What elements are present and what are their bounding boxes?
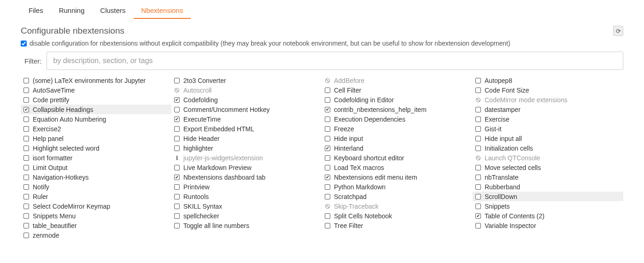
- extension-item[interactable]: Autopep8: [473, 76, 623, 85]
- extension-item[interactable]: ExecuteTime: [171, 114, 322, 124]
- extension-checkbox[interactable]: [475, 136, 481, 141]
- extension-checkbox[interactable]: [174, 204, 180, 209]
- extension-item[interactable]: AutoSaveTime: [21, 85, 171, 95]
- extension-checkbox[interactable]: [325, 117, 330, 122]
- extension-checkbox[interactable]: [475, 175, 481, 180]
- extension-checkbox[interactable]: [325, 165, 330, 170]
- extension-checkbox[interactable]: [325, 223, 330, 228]
- extension-item[interactable]: isort formatter: [21, 153, 171, 163]
- extension-checkbox[interactable]: [475, 194, 481, 199]
- extension-checkbox[interactable]: [174, 107, 180, 112]
- extension-item[interactable]: (some) LaTeX environments for Jupyter: [21, 76, 171, 85]
- extension-item[interactable]: Variable Inspector: [473, 221, 623, 230]
- extension-checkbox[interactable]: [325, 175, 330, 180]
- extension-item[interactable]: datestamper: [473, 105, 623, 114]
- extension-item[interactable]: 2to3 Converter: [171, 76, 322, 85]
- extension-item[interactable]: Hide Header: [171, 134, 322, 143]
- compat-checkbox[interactable]: [21, 41, 27, 47]
- extension-item[interactable]: Split Cells Notebook: [322, 211, 473, 221]
- extension-checkbox[interactable]: [23, 194, 29, 199]
- extension-item[interactable]: Limit Output: [21, 163, 171, 172]
- tab-nbextensions[interactable]: Nbextensions: [134, 2, 191, 19]
- extension-checkbox[interactable]: [23, 107, 29, 112]
- extension-item[interactable]: Equation Auto Numbering: [21, 114, 171, 124]
- extension-item[interactable]: Code prettify: [21, 95, 171, 105]
- extension-item[interactable]: Codefolding: [171, 95, 322, 105]
- extension-checkbox[interactable]: [325, 213, 330, 219]
- extension-item[interactable]: Notify: [21, 182, 171, 192]
- extension-item[interactable]: Hide input: [322, 134, 473, 143]
- extension-item[interactable]: Scratchpad: [322, 192, 473, 201]
- extension-checkbox[interactable]: [475, 165, 481, 170]
- extension-checkbox[interactable]: [23, 146, 29, 151]
- extension-checkbox[interactable]: [174, 126, 180, 132]
- extension-item[interactable]: Toggle all line numbers: [171, 221, 322, 230]
- extension-item[interactable]: Printview: [171, 182, 322, 192]
- extension-item[interactable]: Highlight selected word: [21, 143, 171, 153]
- extension-checkbox[interactable]: [475, 223, 481, 228]
- extension-checkbox[interactable]: [325, 126, 330, 132]
- extension-item[interactable]: Skip-Traceback: [322, 201, 473, 211]
- extension-checkbox[interactable]: [475, 184, 481, 190]
- tab-running[interactable]: Running: [51, 2, 93, 19]
- extension-checkbox[interactable]: [325, 136, 330, 141]
- extension-checkbox[interactable]: [23, 78, 29, 83]
- extension-checkbox[interactable]: [23, 97, 29, 103]
- filter-input[interactable]: [47, 52, 624, 70]
- extension-item[interactable]: highlighter: [171, 143, 322, 153]
- extension-checkbox[interactable]: [23, 213, 29, 219]
- extension-checkbox[interactable]: [23, 155, 29, 161]
- extension-checkbox[interactable]: [23, 165, 29, 170]
- extension-item[interactable]: Codefolding in Editor: [322, 95, 473, 105]
- extension-item[interactable]: Live Markdown Preview: [171, 163, 322, 172]
- extension-item[interactable]: CodeMirror mode extensions: [473, 95, 623, 105]
- extension-item[interactable]: Hinterland: [322, 143, 473, 153]
- extension-item[interactable]: Select CodeMirror Keymap: [21, 201, 171, 211]
- extension-item[interactable]: Freeze: [322, 124, 473, 134]
- extension-item[interactable]: Tree Filter: [322, 221, 473, 230]
- extension-item[interactable]: table_beautifier: [21, 221, 171, 230]
- extension-item[interactable]: Export Embedded HTML: [171, 124, 322, 134]
- extension-checkbox[interactable]: [174, 194, 180, 199]
- extension-checkbox[interactable]: [23, 184, 29, 190]
- extension-item[interactable]: Exercise: [473, 114, 623, 124]
- extension-item[interactable]: Gist-it: [473, 124, 623, 134]
- extension-checkbox[interactable]: [325, 107, 330, 112]
- extension-item[interactable]: Execution Dependencies: [322, 114, 473, 124]
- extension-item[interactable]: ScrollDown: [473, 192, 623, 201]
- extension-item[interactable]: Keyboard shortcut editor: [322, 153, 473, 163]
- extension-checkbox[interactable]: [475, 78, 481, 83]
- extension-checkbox[interactable]: [23, 223, 29, 228]
- extension-item[interactable]: Snippets Menu: [21, 211, 171, 221]
- tab-files[interactable]: Files: [21, 2, 51, 19]
- extension-checkbox[interactable]: [174, 184, 180, 190]
- extension-checkbox[interactable]: [174, 223, 180, 228]
- extension-checkbox[interactable]: [23, 136, 29, 141]
- extension-checkbox[interactable]: [475, 213, 481, 219]
- extension-checkbox[interactable]: [23, 88, 29, 93]
- extension-checkbox[interactable]: [325, 184, 330, 190]
- extension-item[interactable]: Initialization cells: [473, 143, 623, 153]
- extension-item[interactable]: nbTranslate: [473, 172, 623, 182]
- extension-item[interactable]: zenmode: [21, 230, 171, 240]
- extension-item[interactable]: Code Font Size: [473, 85, 623, 95]
- extension-checkbox[interactable]: [325, 88, 330, 93]
- refresh-button[interactable]: ⟳: [613, 26, 623, 36]
- extension-item[interactable]: SKILL Syntax: [171, 201, 322, 211]
- extension-item[interactable]: Nbextensions edit menu item: [322, 172, 473, 182]
- extension-checkbox[interactable]: [174, 175, 180, 180]
- extension-item[interactable]: Nbextensions dashboard tab: [171, 172, 322, 182]
- extension-checkbox[interactable]: [174, 213, 180, 219]
- extension-checkbox[interactable]: [23, 117, 29, 122]
- extension-checkbox[interactable]: [475, 117, 481, 122]
- extension-checkbox[interactable]: [475, 146, 481, 151]
- extension-item[interactable]: Snippets: [473, 201, 623, 211]
- extension-item[interactable]: Rubberband: [473, 182, 623, 192]
- extension-item[interactable]: Comment/Uncomment Hotkey: [171, 105, 322, 114]
- extension-checkbox[interactable]: [23, 126, 29, 132]
- extension-item[interactable]: Collapsible Headings: [21, 105, 171, 114]
- extension-item[interactable]: Cell Filter: [322, 85, 473, 95]
- extension-item[interactable]: Autoscroll: [171, 85, 322, 95]
- extension-item[interactable]: Hide input all: [473, 134, 623, 143]
- extension-checkbox[interactable]: [174, 165, 180, 170]
